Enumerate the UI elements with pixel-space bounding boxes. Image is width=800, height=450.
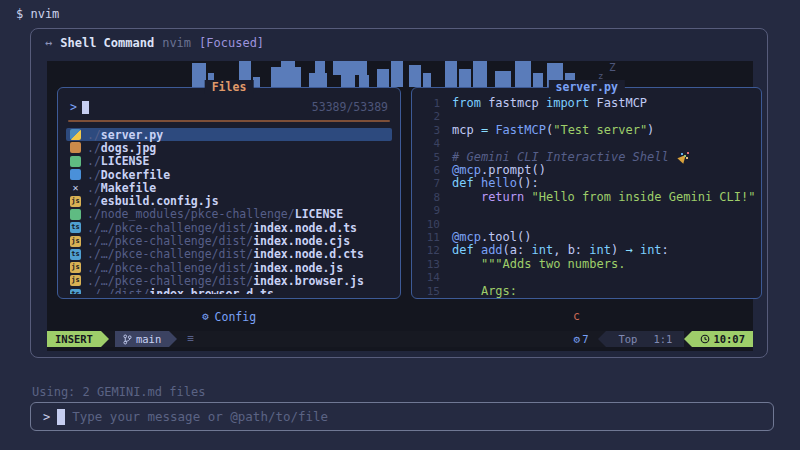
shell-command-header: ↔ Shell Command nvim [Focused]	[45, 36, 264, 50]
line-number: 11	[418, 231, 440, 244]
logo-block	[445, 61, 457, 87]
nvim-screen: Z z Files > 53389/53389 ./server.py./dog…	[47, 61, 753, 351]
code-token: @mcp	[452, 231, 481, 244]
code-token: def	[452, 177, 481, 190]
file-row[interactable]: ts./…/pkce-challenge/dist/index.node.d.c…	[66, 248, 392, 261]
ts-file-icon: ts	[70, 222, 81, 233]
code-line: 7def hello():	[418, 177, 755, 190]
js-file-icon: js	[70, 236, 81, 247]
js-file-icon: js	[70, 196, 81, 207]
message-input[interactable]: > Type your message or @path/to/file	[30, 402, 774, 431]
picker-cursor	[82, 101, 89, 114]
logo-block	[495, 71, 511, 87]
code-token	[452, 191, 481, 204]
picker-search-input[interactable]: > 53389/53389	[66, 98, 392, 116]
file-row[interactable]: js./esbuild.config.js	[66, 194, 392, 207]
code-token: )	[647, 124, 654, 137]
file-name: index.node.d.ts	[253, 221, 357, 235]
code-token: FastMCP	[495, 124, 546, 137]
config-label: Config	[215, 310, 257, 324]
docker-file-icon	[70, 169, 81, 180]
files-picker-panel: Files > 53389/53389 ./server.py./dogs.jp…	[57, 87, 401, 299]
file-row[interactable]: ./node_modules/pkce-challenge/LICENSE	[66, 208, 392, 221]
code-token: add	[481, 244, 503, 257]
logo-block	[341, 75, 355, 87]
code-line: 1from fastmcp import FastMCP	[418, 97, 755, 110]
shell-command-name: nvim	[162, 36, 191, 50]
code-token: mcp	[452, 124, 481, 137]
ts-file-icon: ts	[70, 289, 81, 294]
image-file-icon	[70, 142, 81, 153]
git-branch-icon	[123, 334, 132, 345]
code-token: int	[640, 244, 662, 257]
gear-icon: ⚙	[202, 310, 209, 323]
party-popper-icon	[678, 151, 689, 162]
code-token: Args:	[481, 285, 517, 298]
line-number: 6	[418, 164, 440, 177]
resize-arrows-icon: ↔	[45, 36, 52, 50]
code-token: from	[452, 97, 481, 110]
config-button[interactable]: ⚙ Config	[202, 310, 256, 324]
code-token: "Test server"	[553, 124, 647, 137]
file-row[interactable]: js./…/pkce-challenge/dist/index.node.js	[66, 261, 392, 274]
code-lines: 1from fastmcp import FastMCP23mcp = Fast…	[418, 97, 755, 298]
file-path: ./	[87, 168, 101, 182]
plugin-updates-segment: ⚙ 7	[564, 331, 599, 347]
file-row[interactable]: ./Dockerfile	[66, 168, 392, 181]
code-token: FastMCP	[589, 97, 647, 110]
code-token: .tool()	[481, 231, 532, 244]
files-panel-title: Files	[205, 80, 254, 94]
code-editor-panel: server.py 1from fastmcp import FastMCP23…	[411, 87, 762, 299]
code-token: "Hello from inside Gemini CLI!"	[531, 191, 755, 204]
line-number: 5	[418, 151, 440, 164]
mode-indicator: INSERT	[47, 331, 101, 347]
license-file-icon	[70, 209, 81, 220]
make-file-icon: ✕	[70, 182, 81, 193]
code-token	[488, 124, 495, 137]
file-row[interactable]: js./…/pkce-challenge/dist/index.browser.…	[66, 274, 392, 287]
file-path: ./node_modules/pkce-challenge/	[87, 207, 295, 221]
gear-icon: ⚙	[574, 331, 580, 347]
file-row[interactable]: js./…/pkce-challenge/dist/index.node.cjs	[66, 234, 392, 247]
file-path: ./…/pkce-challenge/dist/	[87, 247, 253, 261]
file-row[interactable]: ./LICENSE	[66, 155, 392, 168]
code-token: .prompt()	[481, 164, 546, 177]
code-line: 6@mcp.prompt()	[418, 164, 755, 177]
file-row[interactable]: ./server.py	[66, 128, 392, 141]
clock-time: 10:07	[713, 331, 745, 347]
code-token: def	[452, 244, 481, 257]
picker-match-counter: 53389/53389	[312, 100, 388, 114]
clock-icon	[700, 334, 710, 344]
file-name: esbuild.config.js	[101, 194, 219, 208]
file-row[interactable]: ts./…/pkce-challenge/dist/index.node.d.t…	[66, 221, 392, 234]
file-name: index.node.cjs	[253, 234, 350, 248]
clock-segment: 10:07	[692, 331, 753, 347]
code-line: 12def add(a: int, b: int) → int:	[418, 244, 755, 257]
code-token: hello	[481, 177, 517, 190]
file-path: ./	[87, 154, 101, 168]
code-line: 2	[418, 110, 755, 123]
file-row[interactable]: ts./…/dist/index.browser.d.ts	[66, 288, 392, 294]
plugin-count: 7	[582, 331, 588, 347]
file-path: ./…/pkce-challenge/dist/	[87, 234, 253, 248]
file-row[interactable]: ./dogs.jpg	[66, 141, 392, 154]
line-number: 1	[418, 97, 440, 110]
js-file-icon: js	[70, 275, 81, 286]
logo-block	[271, 67, 301, 87]
file-row[interactable]: ✕./Makefile	[66, 181, 392, 194]
code-token: ():	[517, 177, 539, 190]
python-file-icon	[70, 129, 81, 140]
file-name: dogs.jpg	[101, 141, 156, 155]
code-token: (a:	[503, 244, 532, 257]
buffer-list-icon: ≡	[177, 331, 204, 347]
line-number: 2	[418, 110, 440, 123]
code-token: return	[481, 191, 532, 204]
code-token: int	[532, 244, 554, 257]
code-line: 11@mcp.tool()	[418, 231, 755, 244]
license-file-icon	[70, 156, 81, 167]
code-line: 13 """Adds two numbers.	[418, 258, 755, 271]
keymap-hint: c	[573, 309, 580, 323]
file-name: Makefile	[101, 181, 156, 195]
logo-block	[315, 61, 325, 75]
file-path: ./…/pkce-challenge/dist/	[87, 274, 253, 288]
